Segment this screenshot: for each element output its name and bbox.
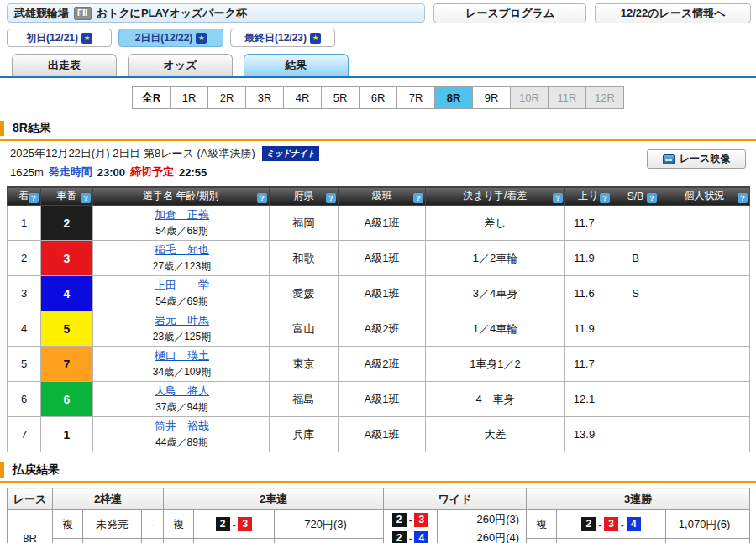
rider-cell: 筒井 裕哉44歳／89期 — [93, 417, 270, 452]
help-icon[interactable]: ? — [81, 193, 91, 203]
result-row-7: 7 1 筒井 裕哉44歳／89期 兵庫 A級1班 大差 13.9 — [8, 417, 750, 452]
personal-status — [659, 382, 750, 417]
bike-exacta-payout: 2,010円(6) — [275, 539, 384, 543]
winning-move: 3／4車身 — [426, 276, 565, 311]
winning-move: 差し — [426, 206, 565, 241]
day-tab-second-selected[interactable]: 2日目(12/22) ★ — [118, 29, 223, 47]
wide-payouts: 260円(3) 260円(4) 560円(10) — [438, 510, 527, 543]
help-icon[interactable]: ? — [326, 193, 336, 203]
payout-row-win: 単 未発売 - 単 2→3 2,010円(6) 単 2→3→4 6,370円(2… — [8, 539, 750, 543]
day-tabs: 初日(12/21) ★ 2日目(12/22) ★ 最終日(12/23) ★ — [0, 23, 756, 47]
results-table: 着? 車番? 選手名 年齢/期別? 府県? 級班? 決まり手/着差? 上り? S… — [7, 186, 750, 452]
race-video-button[interactable]: レース映像 — [647, 149, 746, 169]
rider-class: A級1班 — [339, 417, 426, 452]
col-bike-quinella: 2車連 — [164, 488, 384, 510]
help-icon[interactable]: ? — [413, 193, 423, 203]
race-tab-7r[interactable]: 7R — [396, 86, 435, 109]
prefecture: 富山 — [270, 311, 339, 347]
personal-status — [659, 241, 750, 276]
top-bar: 武雄競輪場 FⅡ おトクにPLAYオッズパーク杯 レースプログラム 12/22の… — [0, 0, 756, 23]
car-2-badge: 2 — [581, 517, 596, 531]
trifecta-place-combo: 2-3-4 — [557, 510, 666, 539]
help-icon[interactable]: ? — [647, 193, 657, 203]
help-icon[interactable]: ? — [600, 193, 610, 203]
winning-move: 1車身1／2 — [426, 347, 565, 382]
rider-cell: 岩元 叶馬23歳／125期 — [93, 311, 270, 347]
prefecture: 東京 — [270, 347, 339, 382]
race-tab-9r[interactable]: 9R — [472, 86, 511, 109]
race-tab-10r-disabled: 10R — [510, 86, 549, 109]
sb-mark — [612, 347, 659, 382]
personal-status — [659, 347, 750, 382]
prefecture: 和歌 — [270, 241, 339, 276]
car-number-cell: 7 — [41, 347, 93, 382]
main-tabs: 出走表 オッズ 結果 — [0, 47, 756, 78]
race-info: 2025年12月22日(月) 2日目 第8レース (A級準決勝) ミッドナイト … — [0, 141, 756, 183]
rider-class: A級1班 — [339, 382, 426, 417]
col-finish-position: 着? — [8, 187, 41, 206]
sb-mark — [612, 417, 659, 452]
day-tab-first[interactable]: 初日(12/21) ★ — [7, 29, 112, 47]
race-tab-5r[interactable]: 5R — [321, 86, 360, 109]
result-row-2: 2 3 稲毛 知也27歳／123期 和歌 A級1班 1／2車輪 11.9 B — [8, 241, 750, 276]
last-lap-time: 11.9 — [565, 241, 612, 276]
sb-mark: S — [612, 276, 659, 311]
car-number-cell: 4 — [41, 276, 93, 311]
race-time-line: 1625m 発走時間 23:00 締切予定 22:55 — [10, 164, 749, 180]
rider-cell: 加倉 正義54歳／68期 — [93, 206, 270, 241]
rider-cell: 稲毛 知也27歳／123期 — [93, 241, 270, 276]
race-tab-11r-disabled: 11R — [548, 86, 586, 109]
winning-move: 1／4車輪 — [426, 311, 565, 347]
star-icon: ★ — [196, 33, 207, 44]
todays-race-info-button[interactable]: 12/22のレース情報へ — [595, 3, 751, 23]
dash-separator: - — [233, 520, 236, 530]
rider-name-link[interactable]: 樋口 瑛土 — [155, 349, 209, 362]
rider-age: 34歳／109期 — [98, 365, 265, 379]
col-prefecture: 府県? — [270, 187, 339, 206]
rider-cell: 樋口 瑛土34歳／109期 — [93, 347, 270, 382]
rider-age: 23歳／125期 — [98, 330, 265, 344]
bracket-quinella-place-payout: - — [142, 510, 164, 539]
race-program-button[interactable]: レースプログラム — [433, 3, 586, 23]
rider-name-link[interactable]: 筒井 裕哉 — [155, 420, 209, 432]
rider-name-link[interactable]: 加倉 正義 — [155, 208, 209, 221]
prefecture: 愛媛 — [270, 276, 339, 311]
race-tab-1r[interactable]: 1R — [170, 86, 208, 109]
rider-name-link[interactable]: 岩元 叶馬 — [155, 314, 209, 326]
tab-odds[interactable]: オッズ — [128, 54, 233, 76]
help-icon[interactable]: ? — [29, 193, 39, 203]
bracket-quinella-place-value: 未発売 — [83, 510, 142, 539]
grade-badge: FⅡ — [74, 7, 92, 20]
col-wide: ワイド — [384, 488, 527, 510]
results-header-row: 着? 車番? 選手名 年齢/期別? 府県? 級班? 決まり手/着差? 上り? S… — [8, 187, 750, 206]
race-tab-4r[interactable]: 4R — [283, 86, 322, 109]
day-tab-final[interactable]: 最終日(12/23) ★ — [230, 29, 335, 47]
tab-results[interactable]: 結果 — [244, 54, 349, 76]
rider-name-link[interactable]: 稲毛 知也 — [155, 243, 209, 256]
help-icon[interactable]: ? — [738, 193, 748, 203]
rider-age: 54歳／68期 — [98, 224, 265, 238]
tab-startlist[interactable]: 出走表 — [12, 54, 117, 76]
finish-position: 2 — [8, 241, 41, 276]
help-icon[interactable]: ? — [553, 193, 563, 203]
rider-name-link[interactable]: 上田 学 — [155, 279, 209, 291]
col-class: 級班? — [339, 187, 426, 206]
race-tab-6r[interactable]: 6R — [359, 86, 397, 109]
race-tab-2r[interactable]: 2R — [207, 86, 246, 109]
tan-label: 単 — [527, 539, 557, 543]
tan-label: 単 — [53, 539, 83, 543]
rider-name-link[interactable]: 大島 将人 — [155, 384, 209, 397]
event-title: おトクにPLAYオッズパーク杯 — [97, 6, 247, 21]
bike-exacta-combo: 2→3 — [194, 539, 275, 543]
last-lap-time: 12.1 — [565, 382, 612, 417]
result-row-4: 4 5 岩元 叶馬23歳／125期 富山 A級2班 1／4車輪 11.9 — [8, 311, 750, 347]
col-personal-status: 個人状況? — [659, 187, 750, 206]
help-icon[interactable]: ? — [257, 193, 267, 203]
race-tab-3r[interactable]: 3R — [245, 86, 284, 109]
race-tab-8r-selected[interactable]: 8R — [434, 86, 473, 109]
car-4-badge: 4 — [414, 531, 428, 543]
race-tab-all[interactable]: 全R — [132, 86, 171, 109]
dash-separator: - — [621, 520, 624, 530]
sb-mark — [612, 311, 659, 347]
car-number-cell: 1 — [41, 417, 93, 452]
